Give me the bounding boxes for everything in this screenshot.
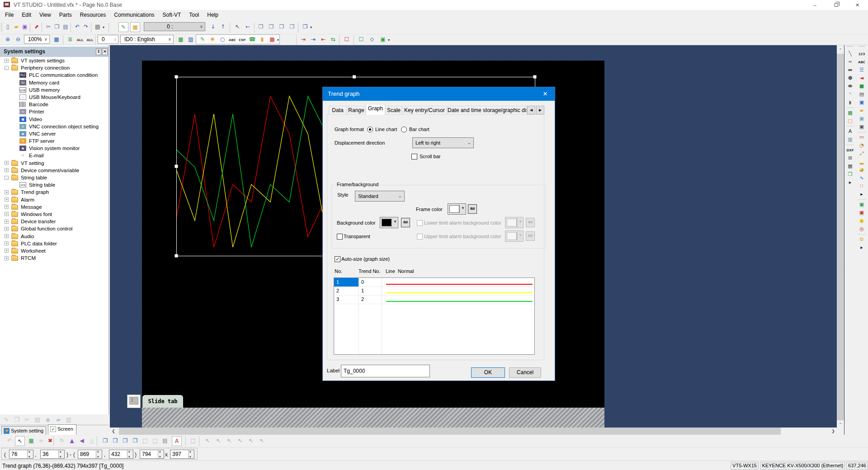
grid-blue-button[interactable]: ▦ bbox=[52, 35, 61, 45]
tree-item-audio[interactable]: +Audio bbox=[0, 233, 108, 240]
expand-icon[interactable]: + bbox=[5, 212, 9, 216]
upper-limit-checkbox[interactable] bbox=[417, 234, 423, 240]
draw-polygon-button[interactable]: ⬢ bbox=[845, 74, 855, 82]
dash-sel2-button[interactable]: ⬚ bbox=[150, 436, 160, 446]
table-part-button[interactable]: ⊞ bbox=[845, 154, 855, 162]
frame-color-blk-button[interactable]: BLK bbox=[468, 204, 477, 214]
language-select[interactable]: ID0 : English∨ bbox=[120, 35, 174, 44]
expand-icon[interactable]: + bbox=[5, 205, 9, 209]
shape-parts-button[interactable]: ⧉ bbox=[857, 235, 867, 244]
cursor-2-button[interactable]: ↖ bbox=[213, 436, 223, 446]
tree-item-string-table[interactable]: -String table bbox=[0, 174, 108, 181]
tree-item-periphery-connection[interactable]: -Periphery connection bbox=[0, 64, 108, 71]
tree-item-ftp-server[interactable]: ⇅FTP server bbox=[0, 137, 108, 145]
scatter-chart-button[interactable]: ∷ bbox=[857, 182, 867, 190]
tree-item-vt-system-settings[interactable]: +VT system settings bbox=[0, 57, 108, 64]
menu-file[interactable]: File bbox=[1, 10, 18, 20]
cursor-5-button[interactable]: ↖ bbox=[246, 436, 256, 446]
gear-button[interactable]: ✸ bbox=[208, 35, 217, 45]
zoom-select[interactable]: 100%∨ bbox=[24, 35, 50, 44]
transform-part-button[interactable]: ❐ bbox=[845, 170, 855, 179]
paste-button[interactable]: ▤ bbox=[61, 22, 71, 32]
zoom-in-button[interactable]: ⊕ bbox=[3, 35, 13, 45]
indicator-part-button[interactable]: ◎ bbox=[857, 225, 867, 233]
tree-item-alarm[interactable]: +Alarm bbox=[0, 196, 108, 203]
style-select[interactable]: Standard⌄ bbox=[355, 191, 405, 202]
frame-color-swatch[interactable]: ▼ bbox=[448, 203, 466, 215]
tree-item-global-function-control[interactable]: +Global function control bbox=[0, 225, 108, 232]
autosize-label[interactable]: Auto-size (graph size) bbox=[341, 256, 390, 262]
selection-handle[interactable] bbox=[533, 75, 537, 79]
dash-sel-button[interactable]: ⬚ bbox=[140, 436, 150, 446]
line-chart-button[interactable]: ∿ bbox=[857, 174, 867, 182]
line-chart-label[interactable]: Line chart bbox=[375, 127, 397, 132]
film-part-button[interactable]: ▤ bbox=[857, 90, 867, 99]
page-up-button[interactable]: ↑ bbox=[218, 22, 228, 32]
bar-chart-label[interactable]: Bar chart bbox=[409, 127, 429, 132]
pie-chart-button[interactable]: ◕ bbox=[857, 166, 867, 174]
gauge-part-button[interactable]: ◔ bbox=[857, 141, 867, 150]
expand-icon[interactable]: + bbox=[5, 220, 9, 224]
tree-item-worksheet[interactable]: +Worksheet bbox=[0, 247, 108, 254]
cone-button[interactable]: △ bbox=[87, 436, 97, 446]
abc-button[interactable]: ABC bbox=[227, 35, 237, 45]
tree-item-message[interactable]: +Message bbox=[0, 203, 108, 211]
scroll-up-icon[interactable]: ⌃ bbox=[837, 47, 844, 54]
flip-v-button[interactable]: ▲ bbox=[67, 436, 77, 446]
zoom-out-button[interactable]: ⊖ bbox=[13, 35, 23, 45]
more-graph-button[interactable]: ▸ bbox=[857, 190, 867, 198]
edit-mode-button[interactable]: ✎ bbox=[118, 22, 128, 32]
scroll-down-icon[interactable]: ⌄ bbox=[837, 419, 844, 426]
label-input[interactable]: Tg_0000 bbox=[341, 365, 430, 377]
tree-item-rtcm[interactable]: +RTCM bbox=[0, 254, 108, 262]
more-draw-button[interactable]: ▸ bbox=[845, 179, 855, 187]
background-color-blk-button[interactable]: BLK bbox=[401, 218, 410, 227]
trend-row-no[interactable]: 2 bbox=[334, 287, 359, 295]
send-bwd-button[interactable]: ❐ bbox=[130, 436, 140, 446]
expand-icon[interactable]: + bbox=[5, 241, 9, 245]
numeric-display-button[interactable]: 123 bbox=[857, 50, 867, 58]
cursor-6-button[interactable]: ↖ bbox=[257, 436, 267, 446]
expand-icon[interactable]: + bbox=[5, 190, 9, 194]
tree-item-e-mail[interactable]: ✉E-mail bbox=[0, 152, 108, 159]
trend-row-no[interactable]: 3 bbox=[334, 295, 359, 304]
level-part-button[interactable]: ▂ bbox=[857, 158, 867, 166]
tree-item-device-transfer[interactable]: +Device transfer bbox=[0, 218, 108, 225]
dialog-tab-date-and-time-storage-graphic-displ[interactable]: Date and time storage/graphic displ bbox=[447, 106, 527, 114]
canvas-vscrollbar[interactable]: ⌃ ⌄ bbox=[837, 45, 844, 428]
pin-icon[interactable]: ↧ bbox=[96, 48, 101, 55]
coord-w-field[interactable]: 794 bbox=[140, 450, 164, 459]
io-part-button[interactable]: ▣ bbox=[857, 99, 867, 107]
book-button[interactable]: ▮ bbox=[257, 35, 267, 45]
frame-part-button[interactable]: □ bbox=[845, 117, 855, 125]
monitor-button[interactable]: ☐ bbox=[342, 35, 352, 45]
tree-item-plc-communication-condition[interactable]: PLCPLC communication condition bbox=[0, 71, 108, 79]
xfer-quick-button[interactable]: ⇥ bbox=[308, 35, 318, 45]
tree-item-string-table[interactable]: STRString table bbox=[0, 181, 108, 188]
dialog-tab-key-entry-cursor[interactable]: Key entry/Cursor bbox=[402, 106, 447, 114]
sel-back-button[interactable]: ↶ bbox=[5, 436, 14, 446]
tree-item-barcode[interactable]: Barcode bbox=[0, 101, 108, 108]
text-display-button[interactable]: ABC bbox=[857, 58, 867, 66]
link-parts-button[interactable]: ∞ bbox=[36, 436, 46, 446]
transparent-checkbox[interactable] bbox=[337, 234, 343, 240]
expand-icon[interactable]: + bbox=[5, 249, 9, 253]
touch-switch-button[interactable]: ▣ bbox=[857, 201, 867, 209]
cancel-button[interactable]: Cancel bbox=[509, 367, 541, 378]
trend-row-trendno[interactable]: 0 bbox=[359, 278, 382, 287]
selection-handle[interactable] bbox=[353, 75, 356, 79]
trend-row-trendno[interactable]: 1 bbox=[359, 287, 382, 295]
send-back-button[interactable]: ❐ bbox=[110, 436, 120, 446]
export-page-button[interactable]: ⬈ bbox=[32, 22, 42, 32]
bring-fwd-button[interactable]: ❐ bbox=[120, 436, 130, 446]
displacement-select[interactable]: Left to right⌄ bbox=[412, 137, 474, 148]
tree-item-printer[interactable]: ▭Printer bbox=[0, 108, 108, 115]
draw-ellipse-button[interactable]: ⬬ bbox=[845, 82, 855, 90]
trend-row-trendno[interactable]: 2 bbox=[359, 295, 382, 304]
touch-switch2-button[interactable]: ▣ bbox=[857, 209, 867, 217]
draw-polyline-button[interactable]: ≈ bbox=[845, 58, 855, 66]
redo-button[interactable]: ↷ bbox=[81, 22, 91, 32]
expand-icon[interactable]: + bbox=[5, 197, 9, 202]
selection-handle[interactable] bbox=[175, 254, 178, 258]
expand-icon[interactable]: + bbox=[5, 256, 9, 260]
